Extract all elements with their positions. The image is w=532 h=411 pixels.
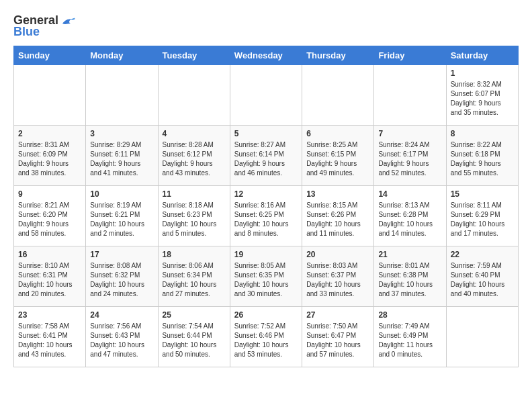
day-info: Sunrise: 8:18 AMSunset: 6:23 PMDaylight:…	[163, 201, 226, 238]
day-number: 23	[18, 310, 81, 320]
weekday-header: Thursday	[302, 46, 374, 65]
day-number: 28	[378, 310, 441, 320]
day-info: Sunrise: 7:54 AMSunset: 6:44 PMDaylight:…	[163, 322, 226, 359]
calendar-day-cell	[302, 65, 374, 126]
day-number: 26	[234, 310, 298, 320]
day-number: 5	[234, 129, 298, 138]
day-info: Sunrise: 8:05 AMSunset: 6:35 PMDaylight:…	[234, 261, 298, 299]
day-number: 9	[18, 189, 81, 199]
calendar-day-cell	[446, 307, 518, 367]
calendar-day-cell	[374, 65, 446, 126]
calendar-day-cell: 16Sunrise: 8:10 AMSunset: 6:31 PMDayligh…	[14, 246, 86, 307]
calendar-day-cell: 6Sunrise: 8:25 AMSunset: 6:15 PMDaylight…	[302, 126, 374, 186]
day-info: Sunrise: 7:56 AMSunset: 6:43 PMDaylight:…	[90, 322, 153, 359]
calendar-day-cell: 9Sunrise: 8:21 AMSunset: 6:20 PMDaylight…	[14, 186, 86, 246]
calendar-day-cell: 23Sunrise: 7:58 AMSunset: 6:41 PMDayligh…	[14, 307, 86, 367]
weekday-header: Friday	[374, 46, 446, 65]
calendar-day-cell: 7Sunrise: 8:24 AMSunset: 6:17 PMDaylight…	[374, 126, 446, 186]
calendar-day-cell: 2Sunrise: 8:31 AMSunset: 6:09 PMDaylight…	[14, 126, 86, 186]
calendar-day-cell: 3Sunrise: 8:29 AMSunset: 6:11 PMDaylight…	[86, 126, 158, 186]
weekday-header: Sunday	[14, 46, 86, 65]
day-info: Sunrise: 8:32 AMSunset: 6:07 PMDaylight:…	[451, 80, 514, 118]
calendar-week-row: 9Sunrise: 8:21 AMSunset: 6:20 PMDaylight…	[14, 186, 519, 246]
day-info: Sunrise: 7:58 AMSunset: 6:41 PMDaylight:…	[18, 322, 81, 359]
calendar-day-cell: 10Sunrise: 8:19 AMSunset: 6:21 PMDayligh…	[86, 186, 158, 246]
day-info: Sunrise: 8:22 AMSunset: 6:18 PMDaylight:…	[451, 140, 514, 178]
day-number: 11	[163, 189, 226, 199]
day-info: Sunrise: 8:27 AMSunset: 6:14 PMDaylight:…	[234, 140, 298, 178]
page-header: General Blue	[13, 13, 519, 39]
day-number: 6	[306, 129, 369, 138]
calendar-day-cell: 26Sunrise: 7:52 AMSunset: 6:46 PMDayligh…	[230, 307, 302, 367]
weekday-header: Tuesday	[158, 46, 230, 65]
day-number: 3	[90, 129, 153, 138]
day-info: Sunrise: 8:13 AMSunset: 6:28 PMDaylight:…	[378, 201, 441, 238]
day-info: Sunrise: 8:31 AMSunset: 6:09 PMDaylight:…	[18, 140, 81, 178]
calendar-day-cell: 4Sunrise: 8:28 AMSunset: 6:12 PMDaylight…	[158, 126, 230, 186]
day-info: Sunrise: 8:08 AMSunset: 6:32 PMDaylight:…	[90, 261, 153, 299]
calendar-table: SundayMondayTuesdayWednesdayThursdayFrid…	[13, 46, 519, 367]
day-number: 17	[90, 250, 153, 259]
day-number: 19	[234, 250, 298, 259]
day-number: 25	[163, 310, 226, 320]
day-number: 16	[18, 250, 81, 259]
day-info: Sunrise: 8:03 AMSunset: 6:37 PMDaylight:…	[306, 261, 369, 299]
day-info: Sunrise: 8:19 AMSunset: 6:21 PMDaylight:…	[90, 201, 153, 238]
weekday-header: Saturday	[446, 46, 518, 65]
day-info: Sunrise: 8:16 AMSunset: 6:25 PMDaylight:…	[234, 201, 298, 238]
calendar-day-cell: 13Sunrise: 8:15 AMSunset: 6:26 PMDayligh…	[302, 186, 374, 246]
logo: General Blue	[13, 13, 76, 39]
day-info: Sunrise: 8:01 AMSunset: 6:38 PMDaylight:…	[378, 261, 441, 299]
day-info: Sunrise: 8:11 AMSunset: 6:29 PMDaylight:…	[451, 201, 514, 238]
calendar-day-cell: 20Sunrise: 8:03 AMSunset: 6:37 PMDayligh…	[302, 246, 374, 307]
logo-text-blue: Blue	[13, 25, 40, 39]
calendar-day-cell: 8Sunrise: 8:22 AMSunset: 6:18 PMDaylight…	[446, 126, 518, 186]
logo-bird-icon	[61, 14, 76, 28]
calendar-day-cell	[86, 65, 158, 126]
day-number: 14	[378, 189, 441, 199]
day-info: Sunrise: 8:25 AMSunset: 6:15 PMDaylight:…	[306, 140, 369, 178]
day-number: 8	[451, 129, 514, 138]
day-number: 10	[90, 189, 153, 199]
day-info: Sunrise: 8:29 AMSunset: 6:11 PMDaylight:…	[90, 140, 153, 178]
calendar-week-row: 16Sunrise: 8:10 AMSunset: 6:31 PMDayligh…	[14, 246, 519, 307]
calendar-day-cell	[230, 65, 302, 126]
day-number: 21	[378, 250, 441, 259]
calendar-day-cell	[14, 65, 86, 126]
day-number: 13	[306, 189, 369, 199]
day-number: 27	[306, 310, 369, 320]
day-info: Sunrise: 8:10 AMSunset: 6:31 PMDaylight:…	[18, 261, 81, 299]
day-info: Sunrise: 7:59 AMSunset: 6:40 PMDaylight:…	[451, 261, 514, 299]
calendar-day-cell: 27Sunrise: 7:50 AMSunset: 6:47 PMDayligh…	[302, 307, 374, 367]
day-info: Sunrise: 8:24 AMSunset: 6:17 PMDaylight:…	[378, 140, 441, 178]
calendar-day-cell: 17Sunrise: 8:08 AMSunset: 6:32 PMDayligh…	[86, 246, 158, 307]
calendar-day-cell: 5Sunrise: 8:27 AMSunset: 6:14 PMDaylight…	[230, 126, 302, 186]
calendar-day-cell: 21Sunrise: 8:01 AMSunset: 6:38 PMDayligh…	[374, 246, 446, 307]
day-number: 12	[234, 189, 298, 199]
day-number: 20	[306, 250, 369, 259]
day-info: Sunrise: 8:15 AMSunset: 6:26 PMDaylight:…	[306, 201, 369, 238]
day-number: 7	[378, 129, 441, 138]
weekday-header: Wednesday	[230, 46, 302, 65]
day-info: Sunrise: 8:28 AMSunset: 6:12 PMDaylight:…	[163, 140, 226, 178]
day-number: 15	[451, 189, 514, 199]
calendar-day-cell: 11Sunrise: 8:18 AMSunset: 6:23 PMDayligh…	[158, 186, 230, 246]
calendar-day-cell: 19Sunrise: 8:05 AMSunset: 6:35 PMDayligh…	[230, 246, 302, 307]
day-info: Sunrise: 7:49 AMSunset: 6:49 PMDaylight:…	[378, 322, 441, 359]
day-info: Sunrise: 7:52 AMSunset: 6:46 PMDaylight:…	[234, 322, 298, 359]
calendar-day-cell: 24Sunrise: 7:56 AMSunset: 6:43 PMDayligh…	[86, 307, 158, 367]
day-number: 24	[90, 310, 153, 320]
calendar-header-row: SundayMondayTuesdayWednesdayThursdayFrid…	[14, 46, 519, 65]
calendar-day-cell: 22Sunrise: 7:59 AMSunset: 6:40 PMDayligh…	[446, 246, 518, 307]
calendar-day-cell: 14Sunrise: 8:13 AMSunset: 6:28 PMDayligh…	[374, 186, 446, 246]
day-info: Sunrise: 8:06 AMSunset: 6:34 PMDaylight:…	[163, 261, 226, 299]
calendar-day-cell: 18Sunrise: 8:06 AMSunset: 6:34 PMDayligh…	[158, 246, 230, 307]
calendar-day-cell: 12Sunrise: 8:16 AMSunset: 6:25 PMDayligh…	[230, 186, 302, 246]
day-number: 18	[163, 250, 226, 259]
day-number: 22	[451, 250, 514, 259]
calendar-week-row: 1Sunrise: 8:32 AMSunset: 6:07 PMDaylight…	[14, 65, 519, 126]
calendar-day-cell: 25Sunrise: 7:54 AMSunset: 6:44 PMDayligh…	[158, 307, 230, 367]
day-number: 1	[451, 68, 514, 78]
calendar-week-row: 2Sunrise: 8:31 AMSunset: 6:09 PMDaylight…	[14, 126, 519, 186]
weekday-header: Monday	[86, 46, 158, 65]
